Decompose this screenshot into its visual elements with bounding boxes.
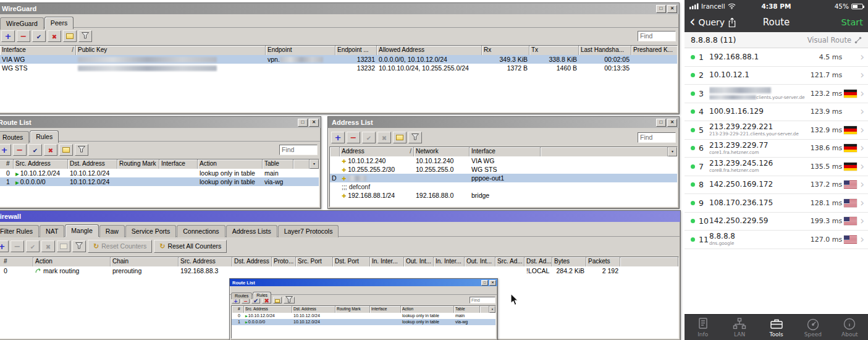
hop-row[interactable]: 9108.170.236.175128.1 ms› (685, 194, 868, 213)
close-button[interactable]: ✕ (309, 119, 319, 127)
maximize-button[interactable]: □ (298, 119, 308, 127)
comment-button[interactable] (63, 30, 77, 42)
hop-row[interactable]: 210.10.12.1121.7 ms› (685, 67, 868, 85)
column-header[interactable]: Rx (482, 46, 529, 55)
column-header[interactable]: Tx (529, 46, 579, 55)
close-button[interactable]: ✕ (667, 5, 677, 13)
column-header[interactable]: Table (263, 159, 293, 169)
column-header[interactable]: Table (454, 306, 480, 313)
column-header[interactable]: In. Inter... (370, 257, 404, 266)
column-header[interactable]: Proto... (272, 257, 296, 266)
hop-row[interactable]: 8142.250.169.172137.2 ms› (685, 176, 868, 195)
tab-routes[interactable]: Routes (0, 131, 29, 143)
enable-button[interactable]: ✔ (28, 144, 42, 156)
firewall-titlebar[interactable]: Firewall (0, 211, 680, 222)
column-chooser-dropdown[interactable]: ▾ (489, 306, 495, 313)
column-header[interactable]: Src. Address (244, 306, 292, 313)
find-input[interactable] (638, 132, 676, 143)
filter-button[interactable] (78, 30, 92, 42)
column-header[interactable]: Dst. Address (68, 159, 117, 169)
column-header[interactable]: Interface (370, 306, 401, 313)
address-row[interactable]: ✚10.10.12.24010.10.12.240VIA WG (330, 156, 677, 165)
address-list-titlebar[interactable]: Address List □ ✕ (328, 117, 679, 128)
column-header[interactable]: Dst. Ad... (525, 257, 552, 266)
comment-button[interactable] (393, 132, 407, 143)
comment-button[interactable] (59, 144, 73, 156)
column-header[interactable]: Action (198, 159, 263, 169)
column-header[interactable]: Chain (111, 257, 179, 266)
column-chooser-dropdown[interactable]: ▾ (310, 159, 319, 169)
maximize-button[interactable]: □ (656, 5, 666, 13)
hop-row[interactable]: 1192.168.88.14.5 ms› (685, 48, 868, 67)
route-rule-row[interactable]: 1▶0.0.0.0/010.10.12.0/24lookup only in t… (0, 177, 319, 186)
column-header[interactable]: Out. Int... (404, 257, 434, 266)
tab-about[interactable]: About (832, 315, 868, 340)
wireguard-peer-row[interactable]: WG STS1323210.10.10.0/24, 10.255.255.0/2… (0, 64, 677, 72)
tab-info[interactable]: Info (685, 315, 721, 340)
column-header[interactable]: Out. Int... (465, 257, 495, 266)
share-icon[interactable] (728, 17, 736, 28)
tab-routes[interactable]: Routes (231, 292, 252, 299)
column-header[interactable]: Last Handsha... (579, 46, 631, 55)
column-chooser-dropdown[interactable]: ▾ (668, 147, 677, 156)
column-header[interactable]: Src. Ad... (495, 257, 525, 266)
comment-button[interactable] (273, 297, 282, 304)
hop-row[interactable]: 118.8.8.8dns.google127.0 ms› (685, 231, 868, 249)
disable-button[interactable]: ✖ (377, 132, 391, 143)
column-header[interactable]: Endpoint ... (335, 46, 377, 55)
back-button[interactable]: ‹ Query (689, 17, 736, 28)
tab-layer7-protocols[interactable]: Layer7 Protocols (278, 225, 339, 237)
address-comment-row[interactable]: ;;; defconf (330, 182, 677, 191)
hop-row[interactable]: 5213.239.229.221213-239-229-221.clients.… (685, 121, 868, 140)
column-header[interactable]: Bytes (552, 257, 586, 266)
column-header[interactable]: Interface/ (0, 46, 76, 55)
column-header[interactable]: In. Inter... (434, 257, 465, 266)
column-header[interactable]: Endpoint (266, 46, 335, 55)
reset-counters-button[interactable]: ↻ Reset Counters (88, 240, 152, 253)
add-button[interactable]: + (0, 240, 9, 252)
address-row[interactable]: D✚pppoe-out1 (330, 174, 677, 182)
column-header[interactable] (330, 147, 340, 156)
add-button[interactable]: + (0, 144, 11, 156)
remove-button[interactable]: − (11, 240, 24, 252)
tab-wireguard[interactable]: WireGuard (0, 17, 44, 30)
column-header[interactable]: Packets (586, 257, 620, 266)
tab-mangle[interactable]: Mangle (65, 224, 98, 237)
disable-button[interactable]: ✖ (41, 240, 55, 252)
find-input[interactable] (470, 297, 495, 304)
close-button[interactable]: ✕ (667, 119, 677, 127)
remove-button[interactable]: − (17, 30, 30, 42)
start-button[interactable]: Start (841, 17, 863, 27)
enable-button[interactable]: ✔ (32, 30, 46, 42)
address-row[interactable]: ✚10.255.255.2/3010.255.255.0WG STS (330, 165, 677, 174)
enable-button[interactable]: ✔ (362, 132, 376, 143)
column-header[interactable]: Src. Port (296, 257, 333, 266)
column-header[interactable]: # (0, 257, 33, 266)
column-header[interactable]: Network (414, 147, 470, 156)
column-header[interactable]: Src. Address (179, 257, 232, 266)
tab-connections[interactable]: Connections (177, 225, 225, 237)
wireguard-titlebar[interactable]: WireGuard □ ✕ (0, 3, 679, 14)
add-button[interactable]: + (1, 30, 15, 42)
disable-button[interactable]: ✖ (48, 30, 61, 42)
hop-row[interactable]: 4100.91.16.129123.9 ms› (685, 103, 868, 122)
hop-row[interactable]: 3clients.your-server.de123.2 ms› (685, 85, 868, 103)
enable-button[interactable]: ✔ (26, 240, 40, 252)
route-list-titlebar[interactable]: Route List □ ✕ (0, 117, 321, 128)
mangle-rule-row[interactable]: 0mark routingprerouting192.168.88.3!LOCA… (0, 266, 678, 275)
tab-nat[interactable]: NAT (40, 225, 64, 237)
find-input[interactable] (638, 31, 676, 41)
column-header[interactable]: # (232, 306, 244, 313)
column-header[interactable]: Dst. Address (232, 257, 272, 266)
add-button[interactable]: + (331, 132, 345, 143)
tab-peers[interactable]: Peers (44, 17, 74, 29)
find-input[interactable] (279, 145, 318, 155)
filter-button[interactable] (75, 144, 88, 156)
tab-speed[interactable]: Speed (794, 315, 831, 340)
tab-rules[interactable]: Rules (30, 130, 59, 143)
column-header[interactable]: Dst. Address (292, 306, 335, 313)
column-header[interactable]: Allowed Address (377, 46, 482, 55)
close-button[interactable]: ✕ (489, 280, 496, 286)
column-header[interactable]: # (0, 159, 14, 169)
tab-rules[interactable]: Rules (253, 292, 271, 299)
